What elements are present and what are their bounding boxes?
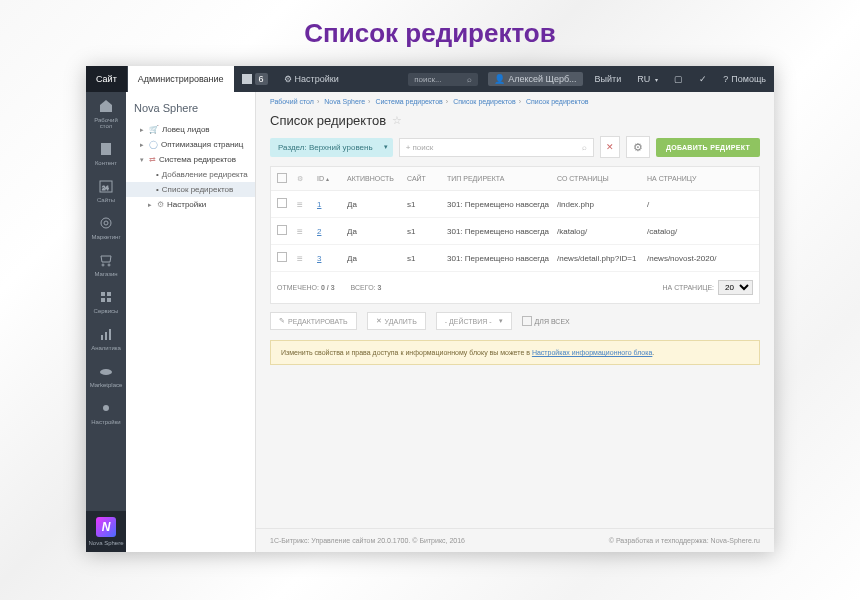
sort-icon: ▴: [326, 176, 329, 182]
svg-rect-13: [105, 332, 107, 340]
for-all-checkbox[interactable]: ДЛЯ ВСЕХ: [522, 316, 570, 326]
row-checkbox[interactable]: [277, 225, 287, 235]
selected-count: ОТМЕЧЕНО: 0 / 3: [277, 284, 335, 291]
tree-node-settings[interactable]: ▸⚙Настройки: [126, 197, 255, 212]
tab-site[interactable]: Сайт: [86, 66, 128, 92]
row-menu-icon[interactable]: ≡: [297, 253, 303, 264]
bc-4[interactable]: Список редиректов: [526, 98, 589, 105]
check-icon: ✓: [699, 74, 707, 84]
info-settings-link[interactable]: Настройках информационного блока: [532, 349, 652, 356]
th-site[interactable]: САЙТ: [405, 175, 445, 182]
bc-1[interactable]: Nova Sphere: [324, 98, 365, 105]
rail-services[interactable]: Сервисы: [86, 283, 126, 320]
rail-content[interactable]: Контент: [86, 135, 126, 172]
cart-icon: 🛒: [149, 125, 159, 134]
info-notice: Изменить свойства и права доступа к инфо…: [270, 340, 760, 365]
topbar-icon-2[interactable]: ✓: [691, 66, 715, 92]
dot-icon: •: [156, 185, 159, 194]
rail-marketing[interactable]: Маркетинг: [86, 209, 126, 246]
rail-marketplace[interactable]: Marketplace: [86, 357, 126, 394]
breadcrumb: Рабочий стол› Nova Sphere› Система редир…: [256, 92, 774, 111]
filter-clear-button[interactable]: ✕: [600, 136, 620, 158]
th-type[interactable]: ТИП РЕДИРЕКТА: [445, 175, 555, 182]
row-checkbox[interactable]: [277, 252, 287, 262]
row-menu-icon[interactable]: ≡: [297, 199, 303, 210]
nova-logo-icon: N: [96, 517, 116, 537]
rail-settings[interactable]: Настройки: [86, 394, 126, 431]
rail-nova-sphere[interactable]: NNova Sphere: [86, 511, 126, 552]
tree-node-optimize[interactable]: ▸◯Оптимизация страниц: [126, 137, 255, 152]
svg-rect-10: [101, 298, 105, 302]
bc-0[interactable]: Рабочий стол: [270, 98, 314, 105]
row-checkbox[interactable]: [277, 198, 287, 208]
gear-icon[interactable]: ⚙: [297, 175, 303, 182]
svg-point-4: [101, 218, 111, 228]
rail-shop[interactable]: Магазин: [86, 246, 126, 283]
tab-admin[interactable]: Администрирование: [128, 66, 234, 92]
th-active[interactable]: АКТИВНОСТЬ: [345, 175, 405, 182]
page-footer: 1С-Битрикс: Управление сайтом 20.0.1700.…: [256, 528, 774, 552]
rail-analytics[interactable]: Аналитика: [86, 320, 126, 357]
filter-search-input[interactable]: + поиск⌕: [399, 138, 594, 157]
filter-section-chip[interactable]: Раздел: Верхний уровень: [270, 138, 393, 157]
page-title: Список редиректов ☆: [256, 111, 774, 136]
table-header: ⚙ ID ▴ АКТИВНОСТЬ САЙТ ТИП РЕДИРЕКТА СО …: [271, 167, 759, 191]
svg-rect-8: [101, 292, 105, 296]
tree-node-redirects[interactable]: ▾⇄Система редиректов: [126, 152, 255, 167]
pencil-icon: ✎: [279, 317, 285, 325]
tree-node-redirect-list[interactable]: •Список редиректов: [126, 182, 255, 197]
rail-desktop[interactable]: Рабочий стол: [86, 92, 126, 135]
search-icon: ⌕: [467, 75, 472, 84]
row-menu-icon[interactable]: ≡: [297, 226, 303, 237]
expand-icon: ▸: [140, 141, 146, 149]
chart-icon: [98, 326, 114, 342]
svg-point-16: [103, 405, 109, 411]
svg-rect-14: [109, 329, 111, 340]
th-id[interactable]: ID ▴: [315, 175, 345, 182]
th-to[interactable]: НА СТРАНИЦУ: [645, 175, 755, 182]
redirect-icon: ⇄: [149, 155, 156, 164]
select-all-checkbox[interactable]: [277, 173, 287, 183]
row-id-link[interactable]: 2: [317, 227, 321, 236]
topbar-user[interactable]: 👤 Алексей Щерб...: [488, 72, 582, 86]
tree-node-leads[interactable]: ▸🛒Ловец лидов: [126, 122, 255, 137]
per-page-select[interactable]: 20: [718, 280, 753, 295]
topbar-lang[interactable]: RU▾: [629, 66, 666, 92]
rail-sites[interactable]: 24Сайты: [86, 172, 126, 209]
home-icon: [98, 98, 114, 114]
tree-node-add-redirect[interactable]: •Добавление редиректа: [126, 167, 255, 182]
filter-settings-button[interactable]: ⚙: [626, 136, 650, 158]
bc-3[interactable]: Список редиректов: [453, 98, 516, 105]
th-from[interactable]: СО СТРАНИЦЫ: [555, 175, 645, 182]
row-id-link[interactable]: 1: [317, 200, 321, 209]
expand-icon: ▸: [140, 126, 146, 134]
svg-rect-9: [107, 292, 111, 296]
dot-icon: •: [156, 170, 159, 179]
topbar-help[interactable]: ?Помощь: [715, 66, 774, 92]
cart-icon: [98, 252, 114, 268]
add-redirect-button[interactable]: ДОБАВИТЬ РЕДИРЕКТ: [656, 138, 760, 157]
bc-2[interactable]: Система редиректов: [375, 98, 442, 105]
table-footer: ОТМЕЧЕНО: 0 / 3 ВСЕГО: 3 НА СТРАНИЦЕ: 20: [271, 272, 759, 303]
left-rail: Рабочий стол Контент 24Сайты Маркетинг М…: [86, 92, 126, 552]
circle-icon: ◯: [149, 140, 158, 149]
favorite-star-icon[interactable]: ☆: [392, 114, 402, 127]
gear-icon: ⚙: [284, 74, 292, 84]
svg-point-7: [108, 264, 110, 266]
topbar-icon-1[interactable]: ▢: [666, 66, 691, 92]
svg-rect-11: [107, 298, 111, 302]
topbar-settings[interactable]: ⚙ Настройки: [276, 66, 347, 92]
gears-icon: [98, 400, 114, 416]
document-icon: [98, 141, 114, 157]
row-id-link[interactable]: 3: [317, 254, 321, 263]
actions-dropdown[interactable]: - ДЕЙСТВИЯ -▾: [436, 312, 512, 330]
topbar-notifications[interactable]: 6: [234, 66, 276, 92]
app-window: Сайт Администрирование 6 ⚙ Настройки пои…: [86, 66, 774, 552]
expand-icon: ▸: [148, 201, 154, 209]
edit-button[interactable]: ✎РЕДАКТИРОВАТЬ: [270, 312, 357, 330]
delete-button[interactable]: ✕УДАЛИТЬ: [367, 312, 426, 330]
topbar-search[interactable]: поиск... ⌕: [408, 73, 478, 86]
topbar-logout[interactable]: Выйти: [587, 66, 630, 92]
bulk-actions: ✎РЕДАКТИРОВАТЬ ✕УДАЛИТЬ - ДЕЙСТВИЯ -▾ ДЛ…: [270, 312, 760, 330]
collapse-icon: ▾: [140, 156, 146, 164]
